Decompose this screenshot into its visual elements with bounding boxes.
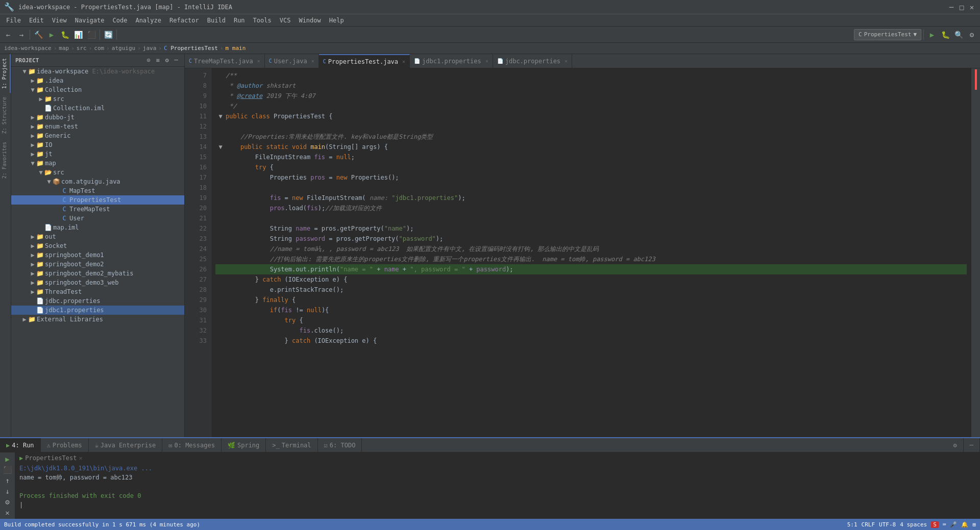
bottom-settings-button[interactable]: ⚙ xyxy=(947,438,964,452)
breadcrumb-part-2[interactable]: src xyxy=(77,45,87,52)
run-scroll-up-button[interactable]: ↑ xyxy=(2,476,13,485)
tree-item-user[interactable]: ▶ C User xyxy=(11,214,184,223)
tab-close-jdbc1[interactable]: ✕ xyxy=(485,58,488,64)
tree-item-jdbc-properties[interactable]: ▶ 📄 jdbc.properties xyxy=(11,296,184,306)
coverage-button[interactable]: 📊 xyxy=(72,29,84,41)
run-button[interactable]: ▶ xyxy=(45,29,58,41)
breadcrumb-part-0[interactable]: idea-workspace xyxy=(4,45,52,52)
minimize-button[interactable]: ─ xyxy=(947,3,955,11)
breadcrumb-part-5[interactable]: java xyxy=(143,45,157,52)
tree-item-collection[interactable]: ▼ 📁 Collection xyxy=(11,85,184,94)
breadcrumb-part-6[interactable]: C PropertiesTest xyxy=(164,45,218,52)
tree-item-springboot-demo2[interactable]: ▶ 📁 springboot_demo2 xyxy=(11,260,184,269)
run-scroll-down-button[interactable]: ↓ xyxy=(2,487,13,495)
bottom-tab-problems[interactable]: ⚠ Problems xyxy=(41,438,89,452)
favorites-strip-item[interactable]: 2: Favorites xyxy=(0,138,11,183)
debug-button[interactable]: 🐛 xyxy=(59,29,71,41)
menu-item-window[interactable]: Window xyxy=(295,14,325,26)
tree-item-generic[interactable]: ▶ 📁 Generic xyxy=(11,131,184,140)
tree-item-springboot-demo1[interactable]: ▶ 📁 springboot_demo1 xyxy=(11,250,184,260)
maximize-button[interactable]: □ xyxy=(958,3,966,11)
structure-strip-item[interactable]: Z: Structure xyxy=(0,93,11,138)
indent-info[interactable]: 4 spaces xyxy=(900,521,927,528)
breadcrumb-part-1[interactable]: map xyxy=(59,45,69,52)
build-button[interactable]: 🔨 xyxy=(32,29,44,41)
tree-item-collection-iml[interactable]: ▶ 📄 Collection.iml xyxy=(11,104,184,113)
tree-item-external-libs[interactable]: ▶ 📁 External Libraries xyxy=(11,315,184,324)
tree-item-map[interactable]: ▼ 📁 map xyxy=(11,159,184,168)
tree-item-dubbo-jt[interactable]: ▶ 📁 dubbo-jt xyxy=(11,113,184,122)
menu-item-refactor[interactable]: Refactor xyxy=(165,14,203,26)
menu-item-tools[interactable]: Tools xyxy=(249,14,276,26)
menu-item-analyze[interactable]: Analyze xyxy=(131,14,165,26)
tree-item-jdbc1-properties[interactable]: ▶ 📄 jdbc1.properties xyxy=(11,306,184,315)
menu-item-vcs[interactable]: VCS xyxy=(276,14,295,26)
menu-item-file[interactable]: File xyxy=(2,14,25,26)
bottom-minimize-button[interactable]: ─ xyxy=(964,438,980,452)
branch-selector[interactable]: C PropertiesTest ▼ xyxy=(854,29,921,40)
menu-item-run[interactable]: Run xyxy=(230,14,249,26)
menu-item-edit[interactable]: Edit xyxy=(25,14,48,26)
tab-propertiestest[interactable]: C PropertiesTest.java ✕ xyxy=(319,54,410,68)
tab-close-user[interactable]: ✕ xyxy=(311,58,314,64)
run-close-button[interactable]: ✕ xyxy=(2,508,13,517)
update-button[interactable]: 🔄 xyxy=(102,29,114,41)
tree-item-package[interactable]: ▼ 📦 com.atguigu.java xyxy=(11,177,184,186)
tab-close-jdbc[interactable]: ✕ xyxy=(565,58,568,64)
bottom-tab-java-enterprise[interactable]: ☕ Java Enterprise xyxy=(89,438,163,452)
tree-item-collection-src[interactable]: ▶ 📁 src xyxy=(11,94,184,104)
search-everywhere-button[interactable]: 🔍 xyxy=(952,29,965,41)
tree-item-maptest[interactable]: ▶ C MapTest xyxy=(11,186,184,195)
stop-button[interactable]: ⬛ xyxy=(85,29,97,41)
line-separator[interactable]: CRLF xyxy=(862,521,875,528)
tab-close-propertiestest[interactable]: ✕ xyxy=(402,59,405,64)
close-button[interactable]: ✕ xyxy=(968,3,976,11)
settings-button[interactable]: ⚙ xyxy=(966,29,978,41)
run-restart-button[interactable]: ▶ xyxy=(2,455,13,463)
tree-item-io[interactable]: ▶ 📁 IO xyxy=(11,140,184,149)
tab-user[interactable]: C User.java ✕ xyxy=(265,54,319,68)
tab-close-treemaptest[interactable]: ✕ xyxy=(257,58,260,64)
tree-item-idea[interactable]: ▶ 📁 .idea xyxy=(11,76,184,85)
sidebar-sync-button[interactable]: ⊙ xyxy=(144,56,153,64)
menu-item-code[interactable]: Code xyxy=(109,14,132,26)
breadcrumb-part-7[interactable]: m main xyxy=(226,45,246,52)
menu-item-view[interactable]: View xyxy=(48,14,71,26)
forward-button[interactable]: → xyxy=(15,29,28,41)
tree-item-propertiestest[interactable]: ▶ C PropertiesTest xyxy=(11,195,184,205)
sidebar-minimize-button[interactable]: ─ xyxy=(172,56,180,64)
sidebar-gear-button[interactable]: ⚙ xyxy=(163,56,171,64)
menu-item-help[interactable]: Help xyxy=(325,14,348,26)
tree-item-threadtest[interactable]: ▶ 📁 ThreadTest xyxy=(11,287,184,296)
bottom-tab-todo[interactable]: ☑ 6: TODO xyxy=(318,438,362,452)
tree-item-enum-test[interactable]: ▶ 📁 enum-test xyxy=(11,122,184,131)
tab-jdbc-properties[interactable]: 📄 jdbc.properties ✕ xyxy=(493,54,572,68)
run-settings-button[interactable]: ⚙ xyxy=(2,497,13,506)
project-strip-item[interactable]: 1: Project xyxy=(0,54,11,93)
run-stop-button[interactable]: ⬛ xyxy=(2,465,13,474)
bottom-tab-terminal[interactable]: >_ Terminal xyxy=(266,438,317,452)
encoding[interactable]: UTF-8 xyxy=(879,521,896,528)
code-content[interactable]: /** * @author shkstart * @create 2019 下午… xyxy=(211,68,971,437)
tree-item-map-iml[interactable]: ▶ 📄 map.iml xyxy=(11,223,184,232)
tab-treemaptest[interactable]: C TreeMapTest.java ✕ xyxy=(185,54,265,68)
menu-item-build[interactable]: Build xyxy=(203,14,230,26)
bottom-tab-run[interactable]: ▶ 4: Run xyxy=(0,438,41,452)
tree-item-treemaptest[interactable]: ▶ C TreeMapTest xyxy=(11,205,184,214)
tab-jdbc1-properties[interactable]: 📄 jdbc1.properties ✕ xyxy=(410,54,493,68)
bottom-tab-spring[interactable]: 🌿 Spring xyxy=(222,438,266,452)
sidebar-collapse-button[interactable]: ≡ xyxy=(154,56,162,64)
debug-config-button[interactable]: 🐛 xyxy=(939,29,951,41)
tree-item-map-src[interactable]: ▼ 📂 src xyxy=(11,168,184,177)
menu-item-navigate[interactable]: Navigate xyxy=(71,14,109,26)
tree-item-out[interactable]: ▶ 📁 out xyxy=(11,232,184,241)
breadcrumb-part-4[interactable]: atguigu xyxy=(112,45,135,52)
tree-item-springboot-demo2-mybatis[interactable]: ▶ 📁 springboot_demo2_mybatis xyxy=(11,269,184,278)
cursor-position[interactable]: 5:1 xyxy=(847,521,857,528)
tree-item-socket[interactable]: ▶ 📁 Socket xyxy=(11,241,184,250)
breadcrumb-part-3[interactable]: com xyxy=(94,45,104,52)
run-config-button[interactable]: ▶ xyxy=(926,29,938,41)
bottom-tab-messages[interactable]: ✉ 0: Messages xyxy=(162,438,222,452)
run-close-tab[interactable]: ✕ xyxy=(79,455,82,462)
tree-item-springboot-demo3-web[interactable]: ▶ 📁 springboot_demo3_web xyxy=(11,278,184,287)
